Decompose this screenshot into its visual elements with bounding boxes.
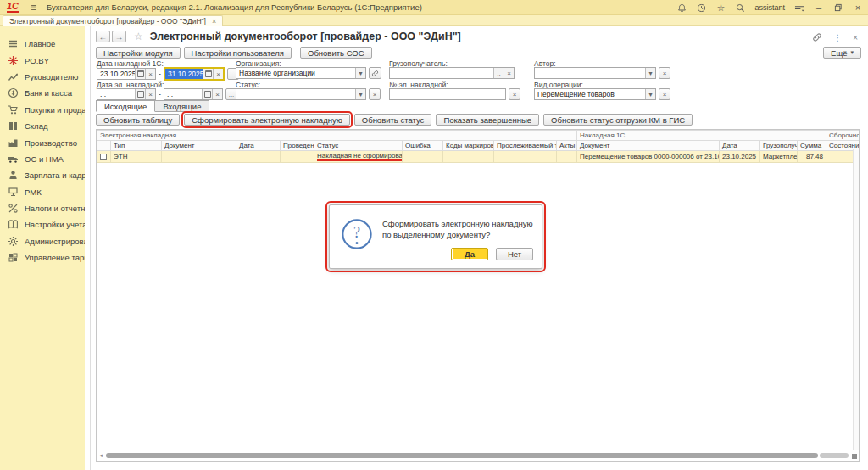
scroll-left-icon[interactable]: ◂	[97, 452, 104, 459]
calendar-icon[interactable]	[135, 89, 145, 99]
sidebar-item-glavnoe[interactable]: Главное	[0, 36, 85, 52]
minimize-window-icon[interactable]: –	[814, 3, 824, 13]
factory-icon	[8, 137, 19, 148]
org-field[interactable]: Название организации ▾	[236, 67, 366, 79]
favorites-star-icon[interactable]: ☆	[715, 3, 726, 13]
more-button[interactable]: Ещё▾	[823, 47, 861, 59]
main-menu-icon[interactable]: ≡	[31, 2, 36, 14]
author-clear-button[interactable]: ×	[659, 67, 670, 79]
sidebar-item-sklad[interactable]: Склад	[0, 118, 85, 134]
history-icon[interactable]	[696, 3, 706, 13]
sidebar-item-rmk[interactable]: РМК	[0, 184, 85, 200]
col-error[interactable]: Ошибка	[403, 141, 443, 151]
clear-icon[interactable]: ×	[212, 89, 222, 99]
date1c-from-field[interactable]: 23.10.2025 ×	[97, 68, 156, 80]
close-form-icon[interactable]: ×	[853, 34, 858, 42]
sidebar-item-nastroyki-ucheta[interactable]: Настройки учета	[0, 216, 85, 232]
col-acts[interactable]: Акты	[557, 141, 577, 151]
calendar-icon[interactable]	[135, 69, 145, 79]
edate-from-field[interactable]: . . ×	[97, 88, 156, 100]
refresh-table-button[interactable]: Обновить таблицу	[96, 114, 180, 126]
edate-to-field[interactable]: . . ×	[164, 88, 223, 100]
sidebar-item-poby[interactable]: PO.BY	[0, 52, 85, 68]
calendar-icon[interactable]	[203, 69, 213, 79]
favorite-star-icon[interactable]: ☆	[134, 31, 143, 42]
col-consignee-1c[interactable]: Грузополуч...	[760, 141, 798, 151]
enum-clear-button[interactable]: ×	[509, 88, 520, 100]
document-tab-close-icon[interactable]: ×	[212, 17, 216, 25]
col-marking-codes[interactable]: Коды маркировки	[443, 141, 494, 151]
user-settings-button[interactable]: Настройки пользователя	[184, 47, 292, 59]
refresh-km-gis-button[interactable]: Обновить статус отгрузки КМ в ГИС	[543, 114, 693, 126]
sidebar-item-pokupki-prodazhi[interactable]: Покупки и продажи	[0, 102, 85, 118]
col-document[interactable]: Документ	[162, 141, 236, 151]
dropdown-icon[interactable]: ▾	[645, 68, 655, 78]
clear-icon[interactable]: ×	[504, 68, 514, 78]
form-content: ← → ☆ Электронный документооборот [прова…	[91, 26, 868, 470]
more-dots-icon[interactable]: ⋮	[833, 34, 842, 42]
col-traceable-goods[interactable]: Прослеживаемый товар	[494, 141, 557, 151]
sidebar-item-administrirovanie[interactable]: Администрирование	[0, 233, 85, 249]
date1c-to-field[interactable]: 31.10.2025 ×	[164, 67, 225, 81]
status-clear-button[interactable]: ×	[369, 88, 381, 100]
show-completed-button[interactable]: Показать завершенные	[436, 114, 539, 126]
get-link-icon[interactable]	[812, 32, 822, 44]
sidebar-item-upravlenie-tarifom[interactable]: Управление тарифом	[0, 249, 85, 266]
forward-button[interactable]: →	[112, 31, 126, 42]
create-einvoice-button[interactable]: Сформировать электронную накладную	[184, 114, 350, 126]
col-date-1c[interactable]: Дата	[720, 141, 760, 151]
dropdown-icon[interactable]: ▾	[645, 89, 655, 99]
col-doc-1c[interactable]: Документ	[577, 141, 720, 151]
calendar-icon[interactable]	[202, 89, 212, 99]
col-sum[interactable]: Сумма	[798, 141, 826, 151]
person-icon	[8, 170, 19, 181]
sidebar-item-proizvodstvo[interactable]: Производство	[0, 134, 85, 150]
horizontal-scrollbar-thumb[interactable]	[106, 453, 818, 458]
org-open-link-icon[interactable]	[369, 67, 381, 79]
module-settings-button[interactable]: Настройки модуля	[96, 47, 181, 59]
sidebar-item-os-nma[interactable]: ОС и НМА	[0, 151, 85, 167]
dropdown-icon[interactable]: ▾	[355, 68, 365, 78]
clear-icon[interactable]: ×	[213, 69, 223, 79]
clear-icon[interactable]: ×	[145, 69, 155, 79]
no-button[interactable]: Нет	[496, 248, 533, 260]
author-field[interactable]: ▾	[534, 67, 656, 79]
horizontal-scrollbar-end[interactable]	[820, 453, 849, 458]
tab-outgoing[interactable]: Исходящие	[96, 100, 155, 112]
row-checkbox-cell[interactable]	[97, 151, 111, 163]
status-field[interactable]: ▾	[236, 88, 366, 100]
opkind-clear-button[interactable]: ×	[659, 88, 670, 100]
dropdown-icon[interactable]: ▾	[355, 89, 365, 99]
document-tab[interactable]: Электронный документооборот [провайдер -…	[3, 15, 223, 26]
col-date[interactable]: Дата	[236, 141, 281, 151]
horizontal-scrollbar[interactable]: ◂	[97, 452, 849, 459]
choose-icon[interactable]: ..	[493, 68, 504, 78]
col-type[interactable]: Тип	[111, 141, 162, 151]
notifications-bell-icon[interactable]	[676, 3, 687, 13]
search-icon[interactable]	[735, 3, 745, 13]
row-date	[236, 151, 281, 163]
col-status[interactable]: Статус	[314, 141, 403, 151]
tab-incoming[interactable]: Входящие	[154, 100, 209, 112]
row-checkbox[interactable]	[100, 154, 107, 160]
yes-button[interactable]: Да	[451, 248, 488, 260]
table-row[interactable]: ЭТН Накладная не сформирована Перемещени…	[97, 151, 860, 163]
sidebar-item-zarplata-kadry[interactable]: Зарплата и кадры	[0, 167, 85, 183]
sidebar-item-nalogi[interactable]: Налоги и отчетность	[0, 200, 85, 216]
clear-icon[interactable]: ×	[145, 89, 155, 99]
vertical-scrollbar[interactable]	[853, 149, 859, 450]
enum-field[interactable]	[389, 88, 506, 100]
opkind-field[interactable]: Перемещение товаров ▾	[534, 88, 656, 100]
close-window-icon[interactable]: ×	[853, 3, 863, 13]
sidebar-item-bank-kassa[interactable]: Банк и касса	[0, 85, 85, 101]
refresh-sos-button[interactable]: Обновить СОС	[300, 47, 372, 59]
back-button[interactable]: ←	[96, 31, 110, 42]
functions-menu-icon[interactable]	[794, 3, 804, 13]
current-user-name[interactable]: assistant	[754, 3, 785, 12]
refresh-status-button[interactable]: Обновить статус	[354, 114, 432, 126]
sidebar-item-rukovoditelyu[interactable]: Руководителю	[0, 69, 85, 85]
restore-window-icon[interactable]	[833, 3, 843, 13]
col-posted[interactable]: Проведен	[281, 141, 314, 151]
consignee-field[interactable]: .. ×	[389, 67, 515, 79]
form-toolbar: Настройки модуля Настройки пользователя …	[96, 47, 372, 59]
